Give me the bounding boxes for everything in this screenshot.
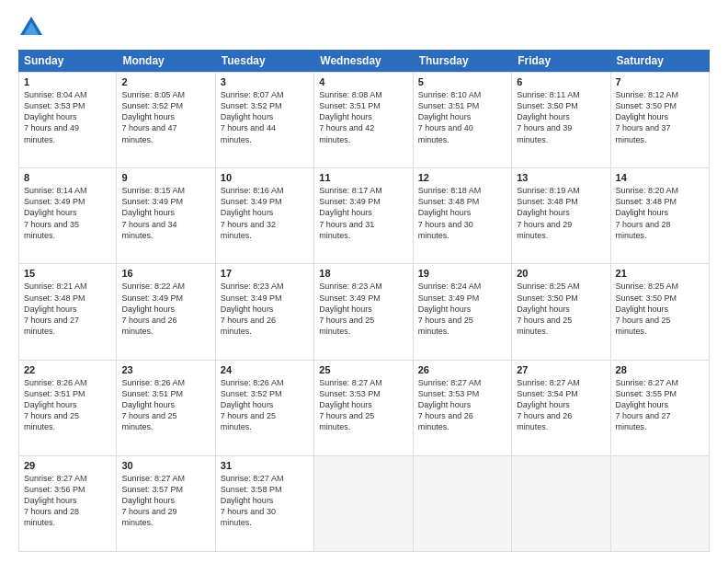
calendar-cell: 21 Sunrise: 8:25 AM Sunset: 3:50 PM Dayl… — [611, 264, 710, 359]
header — [18, 15, 710, 40]
cell-info: Sunrise: 8:18 AM Sunset: 3:48 PM Dayligh… — [418, 185, 506, 241]
daylight-value: 7 hours and 30 minutes. — [418, 220, 473, 240]
sunset-label: Sunset: 3:52 PM — [221, 101, 282, 110]
sunrise-label: Sunrise: 8:22 AM — [121, 282, 185, 291]
sunset-label: Sunset: 3:50 PM — [517, 101, 578, 110]
daylight-value: 7 hours and 30 minutes. — [221, 507, 276, 527]
day-number: 7 — [616, 76, 704, 87]
sunset-label: Sunset: 3:49 PM — [221, 293, 282, 303]
calendar-row: 8 Sunrise: 8:14 AM Sunset: 3:49 PM Dayli… — [18, 168, 710, 264]
day-number: 30 — [121, 460, 210, 471]
day-number: 31 — [221, 460, 309, 471]
sunset-label: Sunset: 3:49 PM — [221, 197, 282, 206]
page: SundayMondayTuesdayWednesdayThursdayFrid… — [0, 0, 728, 563]
day-number: 19 — [418, 268, 506, 279]
daylight-label: Daylight hours — [517, 304, 570, 314]
cell-info: Sunrise: 8:11 AM Sunset: 3:50 PM Dayligh… — [517, 89, 605, 145]
sunrise-label: Sunrise: 8:27 AM — [221, 474, 284, 483]
cell-info: Sunrise: 8:27 AM Sunset: 3:58 PM Dayligh… — [221, 473, 309, 529]
sunrise-label: Sunrise: 8:25 AM — [616, 282, 679, 291]
calendar: SundayMondayTuesdayWednesdayThursdayFrid… — [18, 50, 710, 552]
day-number: 26 — [418, 364, 506, 375]
sunset-label: Sunset: 3:51 PM — [121, 389, 183, 398]
daylight-value: 7 hours and 26 minutes. — [121, 316, 176, 336]
day-number: 3 — [221, 76, 309, 87]
daylight-value: 7 hours and 26 minutes. — [221, 316, 276, 336]
cell-info: Sunrise: 8:27 AM Sunset: 3:54 PM Dayligh… — [517, 377, 605, 433]
sunrise-label: Sunrise: 8:27 AM — [418, 378, 482, 387]
daylight-value: 7 hours and 25 minutes. — [24, 411, 79, 431]
day-number: 10 — [221, 172, 309, 183]
calendar-cell: 15 Sunrise: 8:21 AM Sunset: 3:48 PM Dayl… — [18, 264, 117, 359]
daylight-value: 7 hours and 42 minutes. — [319, 123, 374, 144]
sunrise-label: Sunrise: 8:12 AM — [616, 90, 679, 99]
calendar-cell: 24 Sunrise: 8:26 AM Sunset: 3:52 PM Dayl… — [216, 361, 314, 455]
sunset-label: Sunset: 3:51 PM — [24, 389, 85, 398]
daylight-value: 7 hours and 28 minutes. — [24, 507, 79, 527]
calendar-row: 1 Sunrise: 8:04 AM Sunset: 3:53 PM Dayli… — [18, 72, 710, 168]
cell-info: Sunrise: 8:21 AM Sunset: 3:48 PM Dayligh… — [24, 281, 111, 337]
sunrise-label: Sunrise: 8:08 AM — [319, 90, 382, 99]
calendar-cell: 28 Sunrise: 8:27 AM Sunset: 3:55 PM Dayl… — [611, 361, 710, 455]
header-day: Wednesday — [314, 50, 413, 72]
calendar-cell: 8 Sunrise: 8:14 AM Sunset: 3:49 PM Dayli… — [18, 168, 117, 263]
sunset-label: Sunset: 3:48 PM — [517, 197, 578, 206]
calendar-cell: 7 Sunrise: 8:12 AM Sunset: 3:50 PM Dayli… — [611, 73, 710, 167]
daylight-label: Daylight hours — [319, 112, 372, 121]
sunrise-label: Sunrise: 8:07 AM — [221, 90, 284, 99]
sunset-label: Sunset: 3:50 PM — [616, 293, 677, 303]
daylight-label: Daylight hours — [616, 112, 669, 121]
daylight-label: Daylight hours — [221, 400, 274, 409]
day-number: 4 — [319, 76, 407, 87]
cell-info: Sunrise: 8:26 AM Sunset: 3:51 PM Dayligh… — [24, 377, 111, 433]
calendar-cell: 31 Sunrise: 8:27 AM Sunset: 3:58 PM Dayl… — [216, 456, 314, 551]
sunrise-label: Sunrise: 8:27 AM — [24, 474, 87, 483]
sunset-label: Sunset: 3:54 PM — [517, 389, 578, 398]
calendar-cell: 9 Sunrise: 8:15 AM Sunset: 3:49 PM Dayli… — [117, 168, 215, 263]
daylight-value: 7 hours and 29 minutes. — [121, 507, 176, 527]
daylight-label: Daylight hours — [24, 496, 77, 505]
sunrise-label: Sunrise: 8:25 AM — [517, 282, 580, 291]
cell-info: Sunrise: 8:27 AM Sunset: 3:53 PM Dayligh… — [319, 377, 407, 433]
sunrise-label: Sunrise: 8:23 AM — [221, 282, 284, 291]
calendar-row: 29 Sunrise: 8:27 AM Sunset: 3:56 PM Dayl… — [18, 456, 710, 552]
calendar-cell: 29 Sunrise: 8:27 AM Sunset: 3:56 PM Dayl… — [18, 456, 117, 551]
cell-info: Sunrise: 8:25 AM Sunset: 3:50 PM Dayligh… — [616, 281, 704, 337]
cell-info: Sunrise: 8:15 AM Sunset: 3:49 PM Dayligh… — [121, 185, 210, 241]
calendar-cell: 1 Sunrise: 8:04 AM Sunset: 3:53 PM Dayli… — [18, 73, 117, 167]
daylight-label: Daylight hours — [121, 304, 175, 314]
daylight-label: Daylight hours — [319, 208, 372, 217]
daylight-label: Daylight hours — [616, 400, 669, 409]
calendar-cell: 12 Sunrise: 8:18 AM Sunset: 3:48 PM Dayl… — [414, 168, 512, 263]
sunset-label: Sunset: 3:53 PM — [418, 389, 480, 398]
daylight-label: Daylight hours — [24, 112, 77, 121]
daylight-label: Daylight hours — [418, 112, 472, 121]
daylight-value: 7 hours and 25 minutes. — [319, 411, 374, 431]
daylight-value: 7 hours and 37 minutes. — [616, 123, 671, 144]
cell-info: Sunrise: 8:26 AM Sunset: 3:51 PM Dayligh… — [121, 377, 210, 433]
header-day: Saturday — [611, 50, 710, 72]
calendar-cell: 26 Sunrise: 8:27 AM Sunset: 3:53 PM Dayl… — [414, 361, 512, 455]
calendar-cell: 14 Sunrise: 8:20 AM Sunset: 3:48 PM Dayl… — [611, 168, 710, 263]
cell-info: Sunrise: 8:25 AM Sunset: 3:50 PM Dayligh… — [517, 281, 605, 337]
calendar-cell: 25 Sunrise: 8:27 AM Sunset: 3:53 PM Dayl… — [314, 361, 413, 455]
daylight-label: Daylight hours — [517, 400, 570, 409]
calendar-cell: 4 Sunrise: 8:08 AM Sunset: 3:51 PM Dayli… — [314, 73, 413, 167]
calendar-cell: 18 Sunrise: 8:23 AM Sunset: 3:49 PM Dayl… — [314, 264, 413, 359]
calendar-cell: 6 Sunrise: 8:11 AM Sunset: 3:50 PM Dayli… — [512, 73, 610, 167]
day-number: 29 — [24, 460, 111, 471]
sunrise-label: Sunrise: 8:26 AM — [121, 378, 185, 387]
daylight-value: 7 hours and 29 minutes. — [517, 220, 572, 240]
daylight-label: Daylight hours — [418, 208, 472, 217]
daylight-value: 7 hours and 25 minutes. — [517, 316, 572, 336]
daylight-value: 7 hours and 25 minutes. — [616, 316, 671, 336]
cell-info: Sunrise: 8:24 AM Sunset: 3:49 PM Dayligh… — [418, 281, 506, 337]
cell-info: Sunrise: 8:22 AM Sunset: 3:49 PM Dayligh… — [121, 281, 210, 337]
daylight-label: Daylight hours — [616, 208, 669, 217]
cell-info: Sunrise: 8:19 AM Sunset: 3:48 PM Dayligh… — [517, 185, 605, 241]
cell-info: Sunrise: 8:05 AM Sunset: 3:52 PM Dayligh… — [121, 89, 210, 145]
daylight-label: Daylight hours — [517, 208, 570, 217]
daylight-label: Daylight hours — [616, 304, 669, 314]
sunset-label: Sunset: 3:52 PM — [121, 101, 183, 110]
calendar-row: 22 Sunrise: 8:26 AM Sunset: 3:51 PM Dayl… — [18, 361, 710, 456]
